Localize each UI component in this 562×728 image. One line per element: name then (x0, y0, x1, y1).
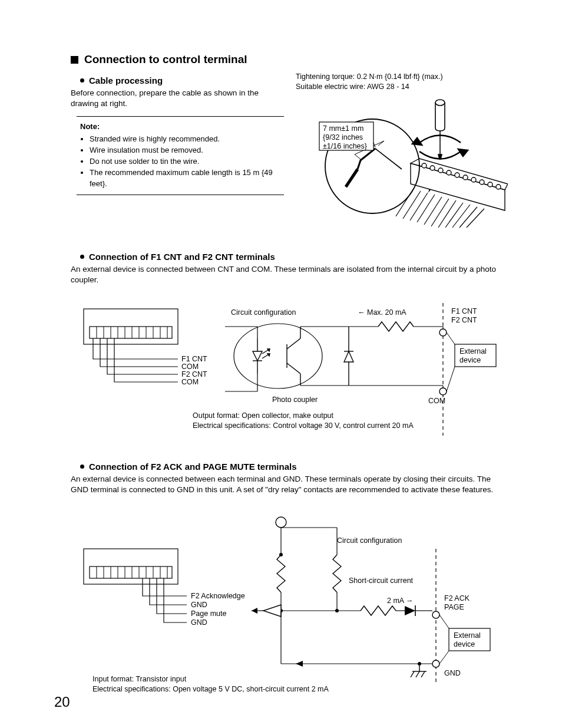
note-title: Note: (80, 121, 280, 133)
svg-line-25 (467, 209, 484, 228)
subheading-row: Cable processing (80, 75, 284, 85)
diagram-label: External (454, 631, 481, 640)
cable-processing-left: Cable processing Before connection, prep… (71, 72, 284, 195)
section-f1-f2-cnt: Connection of F1 CNT and F2 CNT terminal… (71, 252, 509, 441)
svg-line-24 (459, 207, 477, 228)
svg-line-17 (410, 193, 428, 220)
svg-line-54 (287, 363, 300, 374)
terminal-label: Page mute (191, 610, 227, 618)
subheading: Connection of F2 ACK and PAGE MUTE termi… (89, 462, 297, 472)
svg-point-13 (488, 182, 492, 187)
ack-mute-circuit-diagram: F2 Acknowledge GND Page mute GND Circuit… (71, 513, 509, 696)
svg-line-18 (417, 195, 435, 222)
terminal-label: GND (444, 669, 461, 677)
spec-text: Electrical specifications: Open voltage … (92, 685, 329, 693)
diagram-label: External (459, 347, 487, 355)
terminal-label: F2 CNT (181, 370, 207, 378)
svg-line-116 (439, 651, 449, 664)
terminal-label: F2 CNT (451, 316, 477, 324)
svg-line-22 (445, 203, 463, 228)
terminal-label: F2 ACK (444, 594, 470, 602)
svg-point-72 (439, 388, 447, 395)
note-item: Do not use solder to tin the wire. (90, 156, 280, 167)
svg-point-96 (279, 553, 283, 556)
svg-line-119 (411, 671, 414, 677)
terminal-label: COM (181, 363, 199, 371)
svg-marker-107 (252, 608, 257, 614)
svg-marker-101 (405, 606, 415, 615)
screwdriver-terminal-diagram: 7 mm±1 mm {9/32 inches ±1/16 inches} (296, 95, 508, 228)
subheading-row: Connection of F1 CNT and F2 CNT terminal… (80, 252, 509, 262)
terminal-label: GND (191, 601, 207, 609)
subheading: Cable processing (89, 75, 163, 85)
callout-text: {9/32 inches (323, 133, 363, 141)
page-number: 20 (54, 694, 70, 710)
svg-point-12 (480, 180, 484, 185)
spec-text: Output format: Open collector, make outp… (193, 411, 334, 420)
svg-line-53 (287, 338, 300, 349)
diagram-label: 2 mA → (387, 597, 413, 605)
svg-line-27 (375, 149, 402, 169)
diagram-label: Circuit configuration (337, 536, 402, 545)
svg-point-14 (496, 185, 501, 189)
terminal-label: COM (181, 378, 199, 386)
svg-line-21 (438, 200, 456, 228)
svg-marker-105 (263, 605, 281, 617)
terminal-label: F1 CNT (451, 307, 477, 315)
note-box: Note: Stranded wire is highly recommende… (77, 116, 284, 195)
note-item: The recommended maximum cable length is … (90, 167, 280, 190)
svg-rect-32 (90, 327, 172, 338)
svg-line-19 (424, 197, 442, 225)
svg-point-9 (455, 173, 459, 177)
svg-point-11 (471, 177, 476, 182)
terminal-label: GND (191, 618, 207, 627)
section-heading: Connection to control terminal (84, 53, 247, 66)
svg-marker-46 (253, 351, 262, 361)
terminal-label: PAGE (444, 603, 464, 611)
svg-point-10 (463, 175, 468, 180)
square-bullet-icon (71, 56, 78, 64)
cable-processing-row: Cable processing Before connection, prep… (71, 72, 509, 231)
cnt-circuit-diagram: F1 CNT COM F2 CNT COM Circuit configurat… (71, 303, 509, 439)
note-list: Stranded wire is highly recommended. Wir… (80, 134, 280, 189)
svg-point-115 (432, 660, 439, 667)
terminal-label: F2 Acknowledge (191, 592, 245, 600)
svg-point-69 (439, 329, 447, 336)
svg-point-0 (435, 100, 445, 106)
spec-text: Electrical specifications: Control volta… (193, 421, 414, 430)
spec-text: Input format: Transistor input (92, 675, 187, 683)
svg-point-122 (418, 662, 421, 666)
svg-line-75 (447, 332, 455, 344)
svg-point-90 (276, 517, 286, 528)
svg-point-6 (430, 166, 435, 170)
svg-line-121 (421, 671, 425, 677)
svg-line-76 (447, 367, 455, 391)
svg-line-28 (346, 169, 358, 187)
terminal-label: COM (428, 397, 445, 405)
svg-point-5 (422, 163, 427, 168)
note-item: Wire insulation must be removed. (90, 145, 280, 156)
document-page: Connection to control terminal Cable pro… (0, 0, 562, 728)
diagram-label: device (459, 356, 481, 364)
svg-point-7 (438, 168, 443, 173)
section-heading-row: Connection to control terminal (71, 53, 509, 66)
subheading-row: Connection of F2 ACK and PAGE MUTE termi… (80, 462, 509, 472)
callout-text: ±1/16 inches} (323, 142, 367, 150)
diagram-label: Photo coupler (272, 396, 318, 404)
diagram-label: ← Max. 20 mA (358, 308, 406, 317)
svg-line-23 (452, 205, 470, 228)
svg-marker-64 (344, 351, 353, 362)
diagram-label: Short-circuit current (349, 577, 414, 585)
cable-processing-right: Tightening torque: 0.2 N·m {0.14 lbf·ft}… (296, 72, 509, 231)
terminal-label: F1 CNT (181, 355, 207, 363)
svg-line-16 (403, 191, 421, 219)
bullet-dot-icon (80, 255, 84, 259)
callout-text: 7 mm±1 mm (323, 124, 363, 133)
svg-point-110 (432, 611, 439, 618)
body-paragraph: An external device is connected between … (71, 264, 509, 285)
body-paragraph: Before connection, prepare the cable as … (71, 88, 284, 109)
section-f2-ack-page-mute: Connection of F2 ACK and PAGE MUTE termi… (71, 462, 509, 698)
svg-rect-78 (90, 566, 172, 578)
svg-line-120 (416, 671, 419, 677)
note-item: Stranded wire is highly recommended. (90, 134, 280, 145)
